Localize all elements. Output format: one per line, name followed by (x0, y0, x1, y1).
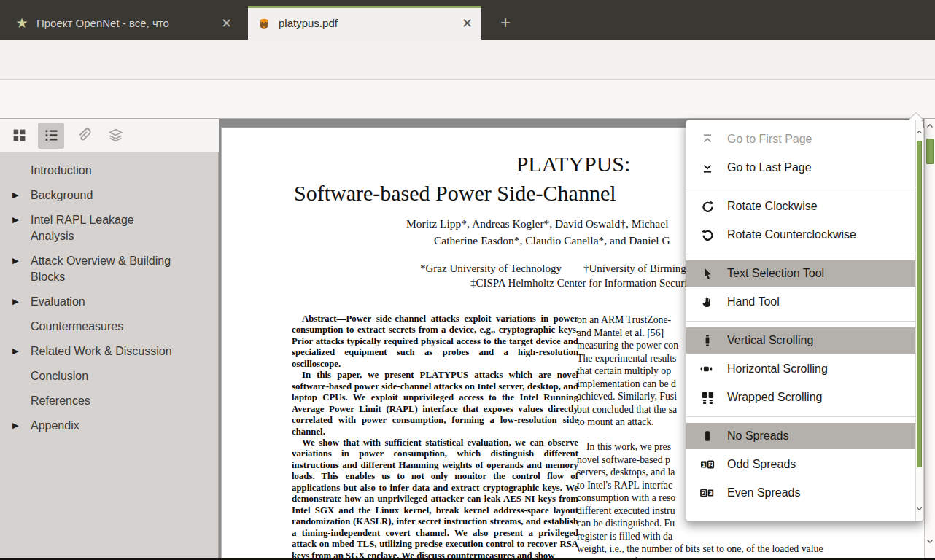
document-outline: Introduction▶Background▶Intel RAPL Leaka… (0, 163, 219, 443)
menu-item-even-spreads[interactable]: 23Even Spreads (686, 480, 915, 506)
scroll-up-icon[interactable] (916, 129, 923, 136)
outline-item-evaluation[interactable]: ▶Evaluation (0, 294, 219, 310)
pdf-sidebar: Introduction▶Background▶Intel RAPL Leaka… (0, 119, 219, 558)
pdf-text-line: weight, i.e., the number of bits set to … (577, 543, 863, 556)
outline-item-conclusion[interactable]: Conclusion (0, 368, 219, 384)
outline-item-countermeasures[interactable]: Countermeasures (0, 319, 219, 335)
scroll-vertical-icon (698, 334, 717, 347)
menu-item-label: Rotate Clockwise (727, 200, 818, 213)
menu-item-text-selection-tool[interactable]: Text Selection Tool (686, 260, 915, 287)
svg-text:2: 2 (702, 490, 705, 497)
tab-platypus-pdf[interactable]: platypus.pdf ✕ (248, 6, 481, 40)
menu-separator (686, 321, 923, 322)
go-last-icon (698, 161, 717, 174)
hand-icon (698, 295, 717, 308)
scroll-up-icon[interactable] (926, 122, 934, 130)
scrollbar-thumb[interactable] (926, 139, 934, 164)
pdf-tools-menu: Go to First PageGo to Last PageRotate Cl… (686, 120, 923, 522)
outline-item-attack-overview-building-blocks[interactable]: ▶Attack Overview & Building Blocks (0, 253, 219, 285)
outline-item-label: Evaluation (31, 294, 178, 310)
menu-separator (686, 187, 923, 187)
menu-item-label: Odd Spreads (727, 458, 796, 471)
menu-item-label: Go to First Page (727, 133, 812, 146)
outline-item-intel-rapl-leakage-analysis[interactable]: ▶Intel RAPL Leakage Analysis (0, 212, 219, 244)
outline-item-label: Background (31, 187, 178, 203)
window-scrollbar[interactable] (924, 119, 935, 558)
menu-separator (686, 416, 923, 417)
scroll-down-icon[interactable] (916, 505, 923, 513)
tab-title: Проект OpenNet - всё, что (36, 17, 206, 29)
menu-item-go-to-last-page[interactable]: Go to Last Page (686, 155, 915, 181)
menu-items: Go to First PageGo to Last PageRotate Cl… (686, 126, 923, 506)
rotate-ccw-icon (698, 228, 717, 242)
svg-text:3: 3 (709, 490, 713, 497)
outline-item-label: Intel RAPL Leakage Analysis (31, 212, 178, 244)
scroll-down-icon[interactable] (926, 537, 934, 545)
menu-item-no-spreads[interactable]: No Spreads (686, 423, 915, 449)
sidebar-view-switcher (0, 119, 219, 152)
close-tab-icon[interactable]: ✕ (462, 17, 473, 30)
abstract-paragraph: Abstract—Power side-channel attacks expl… (292, 314, 578, 370)
outline-item-label: References (31, 393, 178, 409)
menu-item-go-to-first-page[interactable]: Go to First Page (686, 126, 915, 152)
menu-item-hand-tool[interactable]: Hand Tool (686, 289, 915, 315)
pdf-toolbar: ↑ ↓ of 17 − + Automatic Zoom » (0, 80, 935, 119)
menu-anchor-arrow (909, 113, 923, 120)
scrollbar-thumb[interactable] (917, 141, 922, 467)
expand-caret-icon[interactable]: ▶ (12, 346, 18, 356)
pdf-text-line: register is filled with da (577, 531, 863, 544)
expand-caret-icon[interactable]: ▶ (12, 256, 18, 265)
menu-item-wrapped-scrolling[interactable]: Wrapped Scrolling (686, 384, 915, 411)
outline-item-label: Countermeasures (31, 319, 178, 335)
abstract-paragraph: In this paper, we present PLATYPUS attac… (292, 370, 578, 438)
outline-item-appendix[interactable]: ▶Appendix (0, 418, 219, 434)
outline-item-background[interactable]: ▶Background (0, 187, 219, 203)
rotate-cw-icon (698, 200, 717, 214)
spread-odd-icon: 12 (698, 458, 717, 471)
thumbnails-view-icon[interactable] (6, 122, 32, 149)
expand-caret-icon[interactable]: ▶ (12, 190, 18, 200)
attachments-view-icon[interactable] (70, 122, 96, 149)
outline-item-related-work-discussion[interactable]: ▶Related Work & Discussion (0, 343, 219, 359)
menu-item-horizontal-scrolling[interactable]: Horizontal Scrolling (686, 356, 915, 382)
menu-item-label: Horizontal Scrolling (727, 362, 828, 376)
menu-item-label: Even Spreads (727, 486, 801, 499)
menu-separator (686, 254, 923, 254)
menu-item-rotate-clockwise[interactable]: Rotate Clockwise (686, 193, 915, 219)
platypus-favicon (257, 16, 271, 31)
tab-opennet[interactable]: ★ Проект OpenNet - всё, что ✕ (6, 6, 241, 40)
svg-text:1: 1 (702, 462, 705, 468)
expand-caret-icon[interactable]: ▶ (12, 297, 18, 306)
outline-item-references[interactable]: References (0, 393, 219, 409)
scroll-wrapped-icon (698, 391, 717, 405)
scroll-horizontal-icon (698, 362, 717, 376)
paper-authors-line1: Moritz Lipp*, Andreas Kogler*, David Osw… (406, 217, 668, 230)
spread-none-icon (698, 429, 717, 443)
paper-title-line2: Software-based Power Side-Channel (294, 181, 616, 206)
menu-item-label: Wrapped Scrolling (727, 391, 822, 404)
outline-item-introduction[interactable]: Introduction (0, 163, 219, 179)
cursor-icon (698, 267, 717, 280)
menu-item-vertical-scrolling[interactable]: Vertical Scrolling (686, 327, 915, 354)
menu-item-odd-spreads[interactable]: 12Odd Spreads (686, 451, 915, 478)
expand-caret-icon[interactable]: ▶ (12, 421, 18, 430)
menu-item-rotate-counterclockwise[interactable]: Rotate Counterclockwise (686, 222, 915, 248)
go-first-icon (698, 133, 717, 146)
layers-view-icon[interactable] (102, 122, 128, 149)
menu-item-label: Hand Tool (727, 295, 780, 308)
outline-view-icon[interactable] (38, 122, 64, 149)
close-tab-icon[interactable]: ✕ (221, 17, 232, 30)
paper-affiliation-line1: *Graz University of Technology †Universi… (420, 262, 686, 275)
spread-even-icon: 23 (698, 486, 717, 499)
navigation-toolbar: ← → ⟳ https://platypusattack.com/platypu… (0, 40, 935, 80)
outline-item-label: Introduction (31, 163, 178, 179)
menu-scrollbar[interactable] (915, 120, 923, 521)
tab-bar: ★ Проект OpenNet - всё, что ✕ platypus.p… (0, 0, 935, 40)
outline-item-label: Conclusion (31, 368, 178, 384)
menu-item-label: Rotate Counterclockwise (727, 228, 856, 241)
new-tab-button[interactable]: + (493, 10, 518, 35)
expand-caret-icon[interactable]: ▶ (12, 215, 18, 225)
svg-text:2: 2 (709, 462, 713, 468)
menu-item-label: Go to Last Page (727, 161, 812, 174)
menu-item-label: Text Selection Tool (727, 267, 824, 280)
